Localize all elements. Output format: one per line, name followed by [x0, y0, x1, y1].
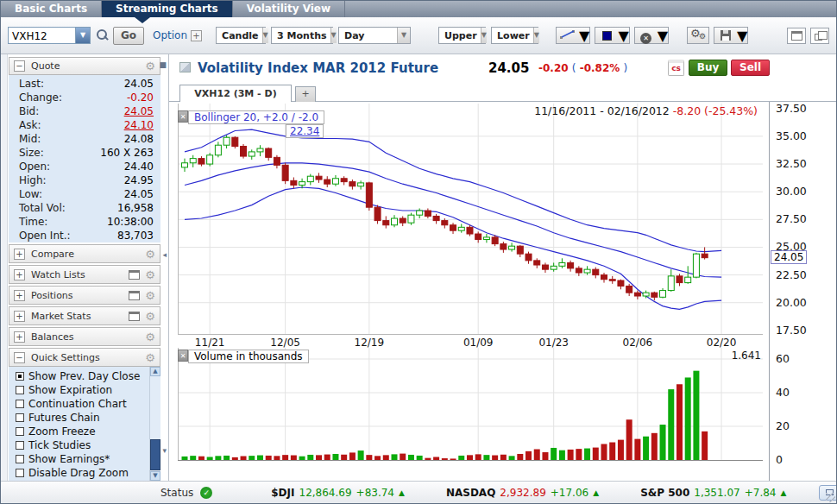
x-tick-label: 12/05	[270, 337, 300, 349]
gear-icon[interactable]: ⚙	[145, 268, 155, 281]
expand-button[interactable]: +	[14, 331, 25, 343]
sidebar-panel-watch-lists[interactable]: +Watch Lists⚙	[9, 265, 160, 284]
sidebar-collapse-handle[interactable]: ◂	[162, 251, 167, 259]
quote-row: Low:24.05	[19, 187, 154, 201]
upper-study-select[interactable]: Upper ▼	[438, 27, 486, 44]
cascade-windows-button[interactable]	[810, 28, 829, 44]
gear-icon[interactable]: ⚙	[145, 331, 155, 343]
go-button[interactable]: Go	[113, 27, 144, 45]
paren: (	[572, 62, 576, 74]
close-icon[interactable]: ✕	[178, 110, 188, 123]
lower-study-select[interactable]: Lower ▼	[491, 27, 538, 44]
chart-type-select[interactable]: Candle ▼	[216, 27, 266, 44]
volume-chart-plot[interactable]: ✕ Volume in thousands 1.641	[178, 348, 763, 462]
scrollbar-thumb[interactable]	[150, 439, 160, 470]
checkbox-show-expiration[interactable]	[16, 386, 24, 394]
chart-toolbar: VXH12 ▼ Go Option + Candle ▼ 3 Months ▼ …	[1, 17, 836, 54]
scroll-up-button[interactable]: ▲	[150, 367, 160, 376]
checkbox-show-earnings-[interactable]	[16, 455, 24, 463]
page-title: Volatility Index MAR 2012 Future	[198, 60, 438, 76]
quote-panel-header[interactable]: − Quote ⚙	[9, 57, 160, 75]
chart-type-value: Candle	[217, 28, 261, 43]
gear-icon[interactable]: ⚙	[145, 289, 155, 302]
expand-button[interactable]: +	[14, 249, 25, 260]
quote-row: High:24.95	[19, 173, 154, 187]
remove-drawing-button[interactable]: ✕ ▼	[634, 27, 669, 44]
gear-icon[interactable]: ⚙	[145, 248, 155, 261]
symbol-combo[interactable]: VXH12 ▼	[8, 27, 91, 44]
study-value-label: 22.34	[286, 124, 324, 138]
chevron-down-icon: ▼	[658, 28, 668, 43]
checkbox-label: Disable Drag Zoom	[28, 467, 129, 479]
close-icon[interactable]: ✕	[178, 350, 188, 362]
quote-label: Mid:	[19, 132, 41, 146]
checkbox-zoom-freeze[interactable]	[16, 427, 24, 436]
study-name[interactable]: Bollinger 20, +2.0 / -2.0	[188, 110, 324, 124]
expand-button[interactable]: +	[14, 290, 25, 301]
connection-status: Status ✓	[160, 487, 212, 499]
sidebar-scrollbar[interactable]: ▲ ▼	[149, 367, 160, 481]
gear-icon[interactable]: ⚙	[145, 310, 155, 323]
volume-label[interactable]: Volume in thousands	[188, 350, 309, 363]
checkbox-continuation-chart[interactable]	[16, 400, 24, 408]
quote-value[interactable]: 24.10	[124, 118, 154, 132]
draw-line-tool-button[interactable]: ▼	[556, 27, 590, 44]
sidebar-panel-balances[interactable]: +Balances⚙	[9, 327, 160, 346]
popout-window-icon[interactable]	[129, 291, 140, 300]
symbol-dropdown-button[interactable]: ▼	[75, 28, 90, 43]
sidebar-panel-quick-settings[interactable]: −Quick Settings⚙	[9, 348, 160, 367]
tab-basic-charts[interactable]: Basic Charts	[1, 1, 102, 17]
price-chart-plot[interactable]: ✕ Bollinger 20, +2.0 / -2.0 22.34 11/16/…	[178, 104, 763, 335]
symbol-input[interactable]: VXH12	[9, 28, 75, 43]
scroll-down-button[interactable]: ▼	[150, 471, 160, 481]
chart-tab-active[interactable]: VXH12 (3M - D)	[179, 85, 292, 102]
quick-setting-row: Show Earnings*	[16, 452, 148, 466]
expand-button[interactable]: +	[14, 311, 25, 322]
collapse-button[interactable]: −	[14, 352, 25, 363]
option-add-button[interactable]: +	[191, 30, 202, 41]
x-tick-label: 01/23	[538, 337, 569, 349]
panel-popout-handle[interactable]: ■	[159, 61, 167, 69]
range-select[interactable]: 3 Months ▼	[271, 27, 333, 44]
popout-window-icon[interactable]	[129, 270, 140, 280]
resize-grip[interactable]	[826, 493, 835, 502]
cs-button[interactable]: cs	[668, 60, 684, 76]
quote-row: Open Int.:83,703	[19, 229, 154, 243]
panel-title: Positions	[31, 290, 129, 301]
chart-settings-button[interactable]: ⚙ ⚙	[687, 27, 709, 44]
search-icon[interactable]	[96, 28, 110, 42]
x-tick-label: 01/09	[463, 337, 494, 349]
color-picker-button[interactable]: ▼	[595, 27, 629, 44]
quote-value[interactable]: 24.05	[124, 104, 154, 118]
interval-select[interactable]: Day ▼	[338, 27, 411, 44]
expand-button[interactable]: +	[14, 269, 25, 280]
buy-button[interactable]: Buy	[689, 60, 727, 76]
quote-row: Size:160 X 263	[19, 146, 154, 160]
collapse-button[interactable]: −	[14, 60, 25, 72]
new-window-button[interactable]	[787, 28, 806, 44]
sell-button[interactable]: Sell	[731, 60, 770, 76]
sidebar-panel-positions[interactable]: +Positions⚙	[9, 286, 160, 305]
checkbox-tick-studies[interactable]	[16, 441, 24, 450]
sidebar-down-handle[interactable]: ▾	[162, 447, 167, 455]
quick-setting-row: Show Prev. Day Close	[16, 369, 148, 383]
sidebar-panel-compare[interactable]: +Compare⚙	[9, 244, 160, 263]
quote-row: Mid:24.08	[19, 132, 154, 146]
save-chart-button[interactable]: ▼	[714, 27, 748, 44]
tab-volatility-view[interactable]: Volatility View	[233, 1, 345, 17]
checkbox-futures-chain[interactable]	[16, 413, 24, 422]
sidebar-panel-market-stats[interactable]: +Market Stats⚙	[9, 306, 160, 325]
checkbox-disable-drag-zoom[interactable]	[16, 469, 24, 477]
add-chart-tab-button[interactable]: +	[295, 86, 316, 102]
up-triangle-icon: ▲	[593, 488, 599, 497]
checkbox-show-prev-day-close[interactable]	[16, 372, 24, 381]
option-link[interactable]: Option	[153, 29, 187, 41]
y-tick-label: 20.00	[776, 296, 807, 309]
checkbox-label: Show Earnings*	[28, 453, 110, 465]
gear-icon[interactable]: ⚙	[145, 351, 155, 364]
tab-streaming-charts[interactable]: Streaming Charts	[102, 1, 233, 17]
quote-label: Total Vol:	[19, 201, 66, 215]
checkbox-label: Continuation Chart	[28, 398, 127, 410]
gear-icon[interactable]: ⚙	[145, 60, 155, 72]
popout-window-icon[interactable]	[129, 312, 140, 321]
